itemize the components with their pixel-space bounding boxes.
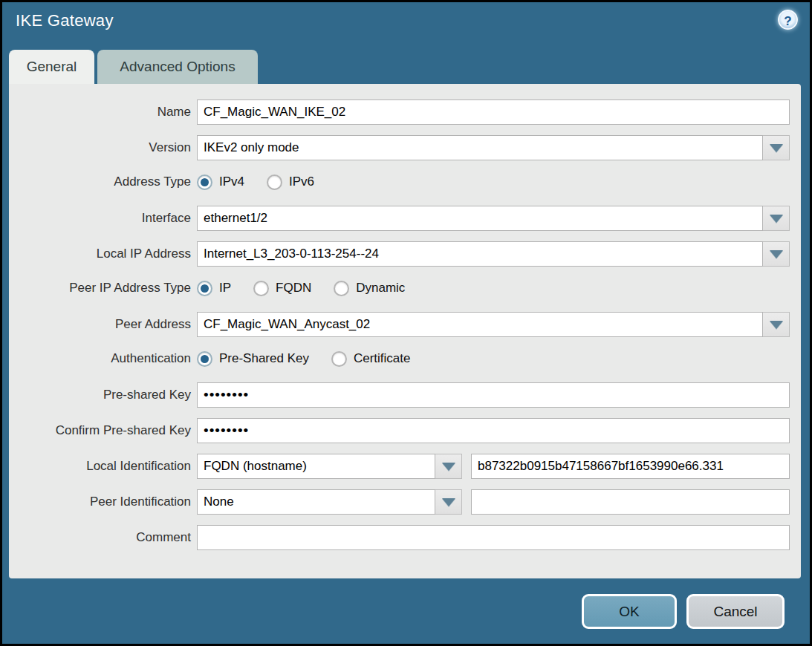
version-select[interactable]: IKEv2 only mode [197,135,790,160]
pre-shared-key-input[interactable] [197,382,790,408]
version-dropdown-button[interactable] [763,135,790,160]
local-ip-address-label: Local IP Address [9,247,197,261]
cancel-button[interactable]: Cancel [686,594,785,629]
radio-dynamic-label: Dynamic [356,281,405,296]
comment-label: Comment [9,530,197,545]
dialog-title: IKE Gateway [16,11,114,30]
dialog-footer: OK Cancel [582,594,785,629]
local-identification-type-value[interactable]: FQDN (hostname) [197,454,435,479]
radio-ipv6-label: IPv6 [289,174,314,189]
local-ip-address-select[interactable]: Internet_L3_203-0-113-254--24 [197,241,790,267]
peer-ip-address-type-row: Peer IP Address Type IP FQDN Dynamic [9,277,801,299]
confirm-pre-shared-key-row: Confirm Pre-shared Key [9,418,801,443]
radio-option-ipv6[interactable]: IPv6 [267,174,314,190]
radio-fqdn-label: FQDN [276,281,311,296]
help-icon[interactable]: ? [778,10,798,30]
peer-address-select-value[interactable]: CF_Magic_WAN_Anycast_02 [197,312,763,337]
chevron-down-icon [770,321,783,329]
tab-advanced-options[interactable]: Advanced Options [97,50,258,84]
chevron-down-icon [770,250,783,258]
name-row: Name [9,99,801,125]
version-row: Version IKEv2 only mode [9,135,801,160]
local-identification-dropdown-button[interactable] [435,454,462,479]
radio-option-dynamic[interactable]: Dynamic [334,281,405,296]
chevron-down-icon [770,215,783,223]
peer-address-select[interactable]: CF_Magic_WAN_Anycast_02 [197,312,790,337]
name-label: Name [9,105,197,120]
radio-ip-label: IP [219,281,231,296]
radio-option-ip[interactable]: IP [197,281,231,296]
address-type-label: Address Type [9,174,197,189]
radio-certificate-icon[interactable] [331,351,347,367]
ike-gateway-dialog: IKE Gateway ? General Advanced Options N… [2,2,810,644]
chevron-down-icon [770,144,783,152]
radio-option-ipv4[interactable]: IPv4 [197,174,244,190]
confirm-pre-shared-key-label: Confirm Pre-shared Key [9,423,197,438]
tab-general[interactable]: General [9,50,94,84]
name-input[interactable] [197,99,790,125]
pre-shared-key-row: Pre-shared Key [9,382,801,408]
peer-identification-dropdown-button[interactable] [435,489,462,515]
peer-address-row: Peer Address CF_Magic_WAN_Anycast_02 [9,312,801,337]
radio-ipv4-icon[interactable] [197,174,212,190]
local-ip-address-dropdown-button[interactable] [763,241,790,267]
ok-button[interactable]: OK [582,594,677,629]
radio-option-fqdn[interactable]: FQDN [253,281,311,296]
interface-label: Interface [9,211,197,226]
radio-option-pre-shared-key[interactable]: Pre-Shared Key [197,351,309,367]
interface-select-value[interactable]: ethernet1/2 [197,206,763,231]
local-identification-label: Local Identification [9,459,197,474]
interface-row: Interface ethernet1/2 [9,206,801,231]
radio-pre-shared-key-icon[interactable] [197,351,212,367]
interface-dropdown-button[interactable] [763,206,790,231]
interface-select[interactable]: ethernet1/2 [197,206,790,231]
radio-option-certificate[interactable]: Certificate [331,351,411,367]
radio-ip-icon[interactable] [197,281,212,296]
radio-certificate-label: Certificate [354,351,411,366]
general-tab-panel: Name Version IKEv2 only mode Address Typ… [9,84,801,578]
peer-identification-value-input[interactable] [471,489,790,515]
tab-advanced-options-label: Advanced Options [120,59,235,75]
peer-address-label: Peer Address [9,317,197,332]
authentication-label: Authentication [9,351,197,366]
local-identification-row: Local Identification FQDN (hostname) [9,454,801,479]
chevron-down-icon [442,498,455,506]
address-type-row: Address Type IPv4 IPv6 [9,171,801,193]
local-identification-value-input[interactable] [471,454,790,479]
tab-general-label: General [27,59,77,75]
comment-row: Comment [9,525,801,550]
radio-ipv4-label: IPv4 [219,174,244,189]
radio-fqdn-icon[interactable] [253,281,269,296]
comment-input[interactable] [197,525,790,550]
confirm-pre-shared-key-input[interactable] [197,418,790,443]
radio-pre-shared-key-label: Pre-Shared Key [219,351,309,366]
peer-identification-row: Peer Identification None [9,489,801,515]
peer-address-dropdown-button[interactable] [763,312,790,337]
peer-identification-type-select[interactable]: None [197,489,462,515]
peer-identification-label: Peer Identification [9,495,197,509]
version-label: Version [9,140,197,155]
tab-bar: General Advanced Options [9,50,258,84]
pre-shared-key-label: Pre-shared Key [9,388,197,402]
radio-ipv6-icon[interactable] [267,174,282,190]
peer-identification-type-value[interactable]: None [197,489,435,515]
peer-ip-address-type-label: Peer IP Address Type [9,281,197,296]
authentication-row: Authentication Pre-Shared Key Certificat… [9,348,801,370]
local-ip-address-select-value[interactable]: Internet_L3_203-0-113-254--24 [197,241,763,267]
chevron-down-icon [442,463,455,471]
radio-dynamic-icon[interactable] [334,281,349,296]
local-ip-address-row: Local IP Address Internet_L3_203-0-113-2… [9,241,801,267]
version-select-value[interactable]: IKEv2 only mode [197,135,763,160]
local-identification-type-select[interactable]: FQDN (hostname) [197,454,462,479]
